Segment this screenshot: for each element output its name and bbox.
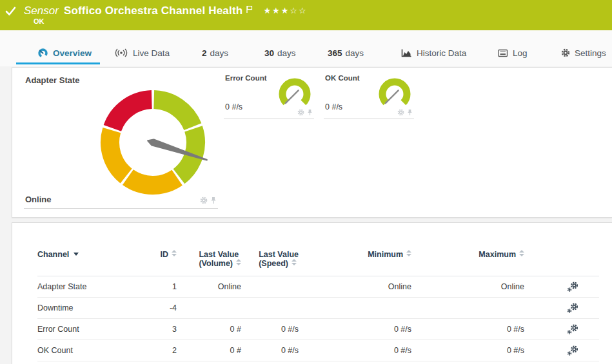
adapter-state-gauge (97, 87, 208, 198)
column-header-id[interactable]: ID (134, 250, 177, 276)
overview-panel: Adapter State Online Error Count 0 #/s (12, 67, 612, 218)
gear-icon[interactable] (200, 196, 208, 204)
star-empty-icon[interactable]: ☆ (290, 6, 299, 15)
sort-desc-icon (74, 253, 79, 256)
column-header-last-value-speed[interactable]: Last Value (Speed) (241, 250, 299, 276)
channel-settings-gears-icon[interactable] (566, 345, 579, 356)
cell-minimum: 0 #/s (299, 340, 411, 361)
star-filled-icon[interactable]: ★ (263, 6, 272, 15)
tab-label: days (277, 48, 296, 58)
tab-365-days[interactable]: 365 days (328, 46, 364, 60)
cell-id: 3 (134, 319, 177, 340)
cell-last-value-volume (177, 298, 241, 318)
ok-count-gauge (377, 78, 412, 110)
column-header-minimum[interactable]: Minimum (299, 250, 411, 276)
gauge-title: OK Count (325, 74, 360, 82)
tab-label: Overview (53, 48, 92, 58)
adapter-state-card: Adapter State Online (24, 72, 218, 209)
sort-icon (236, 259, 241, 265)
priority-flag-icon[interactable] (246, 5, 253, 14)
page-title: Soffico Orchestra Channel Health (64, 5, 243, 17)
tab-2-days[interactable]: 2 days (202, 46, 228, 60)
gauge-title: Adapter State (25, 75, 80, 85)
tab-label: Historic Data (417, 48, 466, 58)
column-header-channel[interactable]: Channel (37, 250, 134, 276)
live-signal-icon (114, 48, 128, 57)
tab-label: Log (513, 48, 528, 58)
channel-settings-gears-icon[interactable] (566, 282, 579, 292)
cell-last-value-speed: 0 #/s (241, 319, 299, 340)
cell-channel[interactable]: Error Count (37, 319, 134, 340)
status-badge: OK (34, 17, 44, 25)
channel-settings-gears-icon[interactable] (566, 324, 579, 335)
tab-settings[interactable]: Settings (561, 46, 606, 60)
tab-label: days (210, 48, 229, 58)
tab-number: 2 (202, 48, 207, 58)
tab-live-data[interactable]: Live Data (114, 46, 170, 60)
tab-historic-data[interactable]: Historic Data (401, 46, 466, 60)
tab-number: 365 (328, 48, 342, 58)
cell-maximum: 0 #/s (411, 340, 524, 361)
error-count-card: Error Count 0 #/s (224, 72, 314, 119)
active-tab-underline (16, 62, 100, 64)
gauge-icon (37, 48, 48, 59)
tab-overview[interactable]: Overview (37, 46, 92, 60)
tab-label: days (346, 48, 364, 58)
tab-30-days[interactable]: 30 days (264, 46, 296, 60)
cell-id: 2 (134, 340, 177, 361)
cell-channel[interactable]: OK Count (37, 340, 134, 361)
cell-id: -4 (134, 298, 177, 318)
cell-minimum: 0 #/s (299, 319, 411, 340)
cell-last-value-speed: 0 #/s (241, 340, 299, 361)
cell-minimum (299, 298, 411, 318)
pin-icon[interactable] (210, 196, 217, 204)
cell-maximum: 0 #/s (411, 319, 524, 340)
cell-maximum (411, 298, 524, 318)
table-header-row: Channel ID Last Value (Volume) Last Valu… (37, 250, 599, 276)
gauge-status-label: Online (25, 195, 51, 204)
cell-last-value-speed (241, 298, 299, 318)
tab-log[interactable]: Log (498, 46, 528, 60)
cell-channel[interactable]: Downtime (37, 298, 134, 318)
channels-table: Channel ID Last Value (Volume) Last Valu… (37, 250, 599, 361)
star-rating[interactable]: ★★★☆☆ (263, 6, 307, 15)
sensor-kind-label: Sensor (24, 5, 59, 17)
channel-settings-gears-icon[interactable] (566, 303, 579, 314)
cell-last-value-volume: Online (177, 276, 241, 297)
sort-icon (291, 259, 297, 265)
pin-icon[interactable] (407, 109, 413, 116)
tab-label: Settings (575, 48, 606, 58)
sort-icon (406, 250, 411, 256)
status-check-icon (5, 6, 16, 16)
table-row: Adapter State 1 Online Online Online (37, 276, 599, 298)
table-body: Adapter State 1 Online Online Online Dow… (37, 276, 599, 361)
column-header-maximum[interactable]: Maximum (411, 250, 524, 276)
cell-last-value-volume: 0 # (177, 319, 241, 340)
table-row: OK Count 2 0 # 0 #/s 0 #/s 0 #/s (37, 340, 599, 361)
ok-count-card: OK Count 0 #/s (324, 72, 414, 119)
gauge-value: 0 #/s (225, 102, 242, 111)
channels-panel: Channel ID Last Value (Volume) Last Valu… (12, 222, 612, 364)
tab-bar: Overview Live Data 2 days 30 days 365 da… (0, 30, 612, 66)
star-filled-icon[interactable]: ★ (272, 6, 281, 15)
star-empty-icon[interactable]: ☆ (299, 6, 308, 15)
cell-id: 1 (134, 276, 177, 297)
tab-label: Live Data (133, 48, 170, 58)
star-filled-icon[interactable]: ★ (281, 6, 290, 15)
gauge-title: Error Count (225, 74, 267, 82)
pin-icon[interactable] (307, 109, 313, 116)
sensor-banner: Sensor Soffico Orchestra Channel Health … (0, 0, 612, 30)
table-row: Downtime -4 (37, 298, 599, 319)
gear-icon[interactable] (397, 109, 404, 116)
cell-channel[interactable]: Adapter State (37, 276, 134, 297)
cell-last-value-volume: 0 # (177, 340, 241, 361)
column-header-last-value-volume[interactable]: Last Value (Volume) (177, 250, 241, 276)
cell-last-value-speed (241, 276, 299, 297)
area-chart-icon (401, 48, 412, 57)
gear-icon[interactable] (297, 109, 304, 116)
cell-maximum: Online (411, 276, 524, 297)
sort-icon (519, 250, 524, 256)
gauge-value: 0 #/s (325, 102, 342, 111)
table-row: Error Count 3 0 # 0 #/s 0 #/s 0 #/s (37, 319, 599, 340)
error-count-gauge (277, 78, 312, 110)
